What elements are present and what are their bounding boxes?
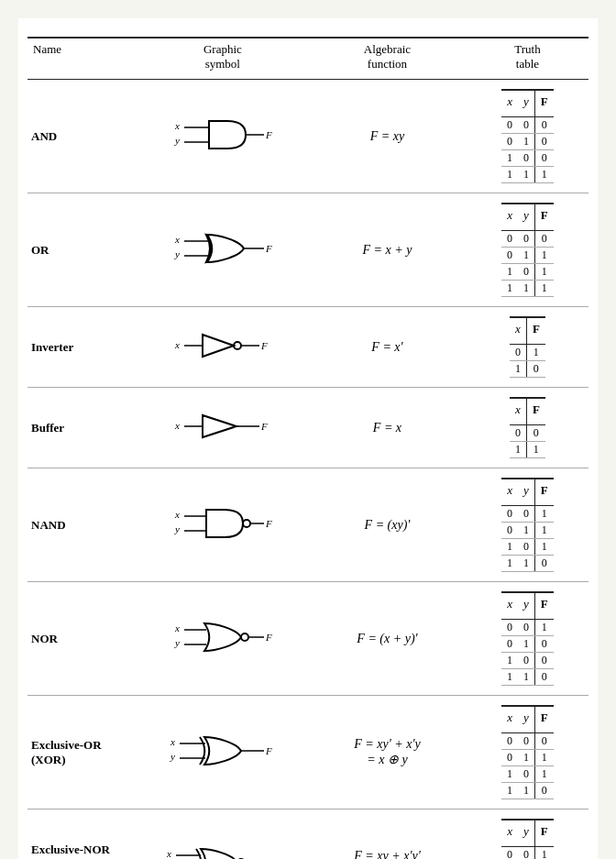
svg-text:F: F (265, 243, 272, 254)
truth-table: xyF001010100111 (501, 819, 554, 859)
gate-row: Inverter x F F = x'xF0110 (28, 307, 588, 388)
page: Name Graphicsymbol Algebraicfunction Tru… (18, 18, 598, 859)
svg-text:y: y (174, 523, 180, 534)
col-name: Name (28, 38, 138, 80)
svg-text:y: y (174, 135, 180, 146)
svg-text:F: F (265, 745, 272, 756)
gate-function: F = x' (308, 307, 467, 388)
truth-table: xyF001010100110 (501, 591, 554, 686)
svg-text:F: F (260, 340, 268, 351)
gate-row: NAND x y F F = (xy)'xyF001011101110 (28, 468, 588, 582)
svg-text:x: x (174, 622, 180, 633)
svg-text:y: y (174, 637, 180, 648)
gate-row: OR x y F F = x + yxyF000011101111 (28, 193, 588, 307)
gate-truth-table: xyF001010100111 (467, 809, 588, 860)
gate-symbol: x y F (138, 80, 308, 193)
svg-text:y: y (174, 248, 180, 259)
gate-name: AND (28, 80, 138, 193)
gate-function: F = (xy)' (308, 468, 467, 582)
gate-truth-table: xyF000011101110 (467, 696, 588, 809)
svg-text:F: F (265, 632, 272, 643)
svg-text:x: x (174, 120, 180, 131)
gate-row: AND x y F F = xyxyF000010100111 (28, 80, 588, 193)
gate-name: NOR (28, 582, 138, 696)
gate-truth-table: xyF001011101110 (467, 468, 588, 582)
gate-truth-table: xF0110 (467, 307, 588, 388)
svg-text:x: x (174, 420, 180, 431)
gate-symbol: x y F (138, 582, 308, 696)
gate-function: F = x (308, 388, 467, 468)
gate-name: OR (28, 193, 138, 307)
truth-table: xyF000010100111 (501, 89, 554, 183)
gate-function: F = xy (308, 80, 467, 193)
svg-text:y: y (170, 751, 175, 762)
gate-symbol: x y F (138, 193, 308, 307)
gate-row: NOR x y F F = (x + y)'xyF001010100110 (28, 582, 588, 696)
svg-text:F: F (265, 518, 272, 529)
gate-name: Exclusive-NORorequivalence (28, 809, 138, 860)
gate-symbol: x y F (138, 809, 308, 860)
col-truth: Truthtable (467, 38, 588, 80)
gate-name: Buffer (28, 388, 138, 468)
svg-text:x: x (174, 339, 180, 350)
gate-row: Exclusive-NORorequivalence x y F F = xy … (28, 809, 588, 860)
gate-row: Buffer x F F = xxF0011 (28, 388, 588, 468)
col-function: Algebraicfunction (308, 38, 467, 80)
truth-table: xF0011 (510, 397, 545, 458)
svg-text:x: x (174, 509, 180, 520)
truth-table: xyF000011101110 (501, 705, 554, 799)
gate-row: Exclusive-OR(XOR) x y F F = xy' + x'y= x… (28, 696, 588, 809)
gate-truth-table: xyF001010100110 (467, 582, 588, 696)
gate-symbol: x F (138, 307, 308, 388)
gate-truth-table: xyF000010100111 (467, 80, 588, 193)
svg-point-25 (243, 520, 250, 527)
truth-table: xyF001011101110 (501, 478, 554, 572)
gate-name: Inverter (28, 307, 138, 388)
gate-function: F = x + y (308, 193, 467, 307)
svg-text:x: x (170, 736, 175, 747)
gate-function: F = xy + x'y'= x ⊙ y (308, 809, 467, 860)
gate-name: NAND (28, 468, 138, 582)
gate-name: Exclusive-OR(XOR) (28, 696, 138, 809)
gate-symbol: x F (138, 388, 308, 468)
gate-function: F = xy' + x'y= x ⊕ y (308, 696, 467, 809)
svg-text:x: x (166, 848, 171, 859)
gate-symbol: x y F (138, 468, 308, 582)
svg-text:F: F (265, 129, 272, 140)
truth-table: xF0110 (510, 316, 545, 378)
svg-text:F: F (260, 421, 268, 432)
gate-truth-table: xyF000011101111 (467, 193, 588, 307)
gate-symbol: x y F (138, 696, 308, 809)
svg-point-32 (241, 633, 248, 641)
truth-table: xyF000011101111 (501, 203, 554, 297)
svg-text:x: x (174, 234, 180, 245)
gate-function: F = (x + y)' (308, 582, 467, 696)
col-symbol: Graphicsymbol (138, 38, 308, 80)
main-table: Name Graphicsymbol Algebraicfunction Tru… (28, 37, 588, 859)
gate-truth-table: xF0011 (467, 388, 588, 468)
